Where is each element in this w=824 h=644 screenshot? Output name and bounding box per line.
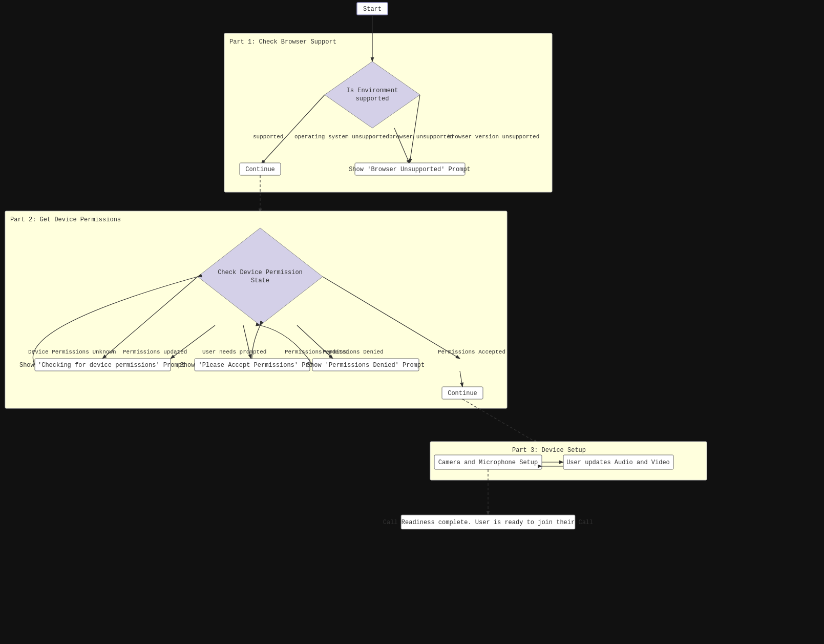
label-permissions-accepted: Permissions Accepted (438, 349, 505, 355)
label-permissions-updated-left: Permissions updated (123, 349, 187, 355)
continue-label-p2: Continue (448, 390, 477, 397)
diamond-permissions-label2: State (251, 277, 269, 284)
diamond-environment-label2: supported (356, 95, 389, 102)
label-user-needs-prompted: User needs prompted (202, 349, 266, 355)
label-os-unsupported: operating system unsupported (294, 134, 389, 140)
user-updates-label: User updates Audio and Video (566, 459, 670, 466)
part3-title: Part 3: Device Setup (512, 447, 586, 454)
label-permissions-denied: Permissions Denied (323, 349, 384, 355)
part2-title: Part 2: Get Device Permissions (10, 216, 121, 223)
label-permissions-unknown: Device Permissions Unknown (28, 349, 116, 355)
accept-permissions-label: Show 'Please Accept Permissions' Prompt (180, 362, 324, 369)
label-browser-version: browser version unsupported (448, 134, 539, 140)
continue-label-p1: Continue (245, 166, 275, 173)
browser-unsupported-prompt-label: Show 'Browser Unsupported' Prompt (349, 166, 471, 173)
start-label: Start (363, 6, 382, 13)
label-supported: supported (253, 134, 283, 140)
diagram-container: Part 1: Check Browser Support Start Is E… (0, 0, 824, 644)
permissions-denied-label: Show 'Permissions Denied' Prompt (307, 362, 425, 369)
final-label: Call Readiness complete. User is ready t… (383, 519, 593, 526)
checking-permissions-label: Show 'Checking for device permissions' P… (19, 362, 185, 369)
diamond-permissions-label1: Check Device Permission (218, 269, 303, 276)
part1-title: Part 1: Check Browser Support (229, 38, 336, 46)
diamond-environment-label1: Is Environment (347, 87, 398, 94)
camera-mic-label: Camera and Microphone Setup (438, 459, 538, 466)
